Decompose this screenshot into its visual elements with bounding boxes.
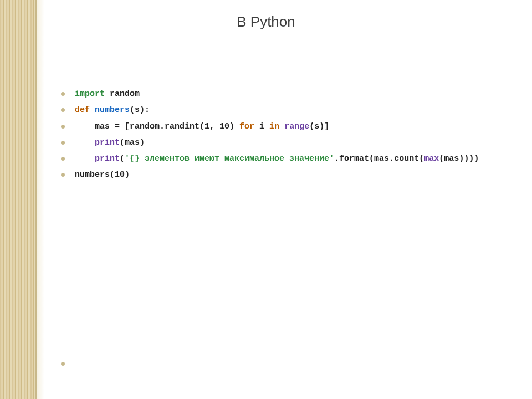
slide: В Python import random def numbers(s): m… [0,0,532,399]
code-line: import random [61,89,510,100]
bullet-icon [61,125,65,129]
code-text: import random [75,89,140,100]
code-text: mas = [random.randint(1, 10) for i in ra… [75,121,329,132]
code-line: print(mas) [61,137,510,149]
code-line: mas = [random.randint(1, 10) for i in ra… [61,121,510,132]
code-text: print(mas) [75,137,145,149]
code-line: print('{} элементов имеют максимальное з… [61,154,510,165]
bullet-icon [61,157,65,161]
code-text: def numbers(s): [75,105,150,116]
code-line: def numbers(s): [61,105,510,116]
decorative-sidebar [0,0,37,399]
bullet-icon [61,173,65,177]
slide-title: В Python [0,13,532,30]
bullet-icon [61,141,65,145]
code-text: print('{} элементов имеют максимальное з… [75,154,479,165]
code-line: numbers(10) [61,170,510,181]
bullet-icon [61,108,65,112]
code-block: import random def numbers(s): mas = [ran… [61,89,510,186]
bullet-icon [61,362,65,366]
code-text: numbers(10) [75,170,130,181]
bullet-icon [61,92,65,96]
